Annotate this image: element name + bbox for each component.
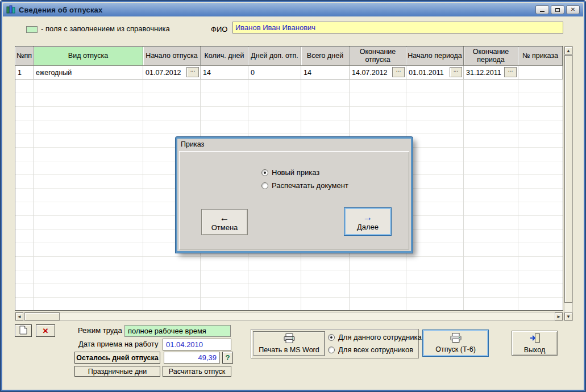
scroll-right-icon: ► xyxy=(556,314,561,319)
delete-icon: ✕ xyxy=(43,327,49,335)
scroll-left-icon: ◄ xyxy=(17,314,22,319)
calculate-button-label: Расчитать отпуск xyxy=(169,368,225,376)
cell-period-start-value: 01.01.2011 xyxy=(409,69,444,77)
cell-extra-days[interactable]: 0 xyxy=(248,66,301,80)
col-header-order-num[interactable]: № приказа xyxy=(518,47,563,66)
col-header-vacation-type[interactable]: Вид отпуска xyxy=(34,47,143,66)
vertical-scrollbar[interactable]: ▲ ▼ xyxy=(564,46,573,321)
cell-period-end[interactable]: 31.12.2011 ... xyxy=(464,66,518,80)
arrow-right-icon: → xyxy=(363,212,373,222)
app-icon xyxy=(6,5,15,14)
order-dialog: Приказ Новый приказ Распечатать документ… xyxy=(176,137,413,253)
maximize-icon xyxy=(555,8,560,12)
radio-new-order[interactable]: Новый приказ xyxy=(261,168,319,177)
col-header-start[interactable]: Начало отпуска xyxy=(143,47,201,66)
close-button[interactable]: ✕ xyxy=(566,5,580,14)
col-header-days[interactable]: Колич. дней xyxy=(201,47,248,66)
minimize-icon xyxy=(540,11,545,12)
legend-note: - поля с заполнением из справочника xyxy=(41,24,170,33)
help-button[interactable]: ? xyxy=(222,352,233,364)
scroll-right-button[interactable]: ► xyxy=(555,312,563,320)
minimize-button[interactable] xyxy=(535,5,549,14)
holidays-button[interactable]: Праздничные дни xyxy=(74,366,160,377)
next-button-label: Далее xyxy=(357,223,379,231)
arrow-left-icon: ← xyxy=(220,213,230,223)
work-mode-label: Режим труда xyxy=(78,326,122,335)
days-left-label: Осталось дней отпуска xyxy=(74,352,160,364)
scroll-down-icon: ▼ xyxy=(566,314,571,319)
cell-period-end-value: 31.12.2011 xyxy=(466,69,501,77)
table-header-row: №пп Вид отпуска Начало отпуска Колич. дн… xyxy=(15,47,563,66)
radio-new-order-label: Новый приказ xyxy=(272,168,319,177)
new-record-button[interactable] xyxy=(15,324,32,337)
radio-print-document-icon xyxy=(261,182,268,189)
print-word-button-label: Печать в MS Word xyxy=(259,346,319,354)
close-icon: ✕ xyxy=(571,7,575,12)
app-window: Сведения об отпусках ✕ - поля с заполнен… xyxy=(0,0,586,392)
date-picker-button[interactable]: ... xyxy=(186,67,199,77)
date-picker-button[interactable]: ... xyxy=(504,67,517,77)
radio-all-employees-icon xyxy=(328,347,335,353)
hire-date-label: Дата приема на работу xyxy=(78,340,158,348)
radio-current-employee-icon xyxy=(328,334,335,341)
cell-vacation-type[interactable]: ежегодный xyxy=(34,66,143,80)
cell-total-days[interactable]: 14 xyxy=(301,66,350,80)
reference-field-swatch xyxy=(26,26,38,33)
radio-current-employee[interactable]: Для данного сотрудника xyxy=(328,333,422,341)
cell-days[interactable]: 14 xyxy=(201,66,248,80)
cell-start[interactable]: 01.07.2012 ... xyxy=(143,66,201,80)
titlebar[interactable]: Сведения об отпусках ✕ xyxy=(3,3,583,16)
vacation-form-button-label: Отпуск (Т-6) xyxy=(435,345,476,353)
horizontal-scroll-thumb[interactable] xyxy=(24,312,60,320)
printer-icon xyxy=(283,333,296,345)
work-mode-field[interactable]: полное рабочее время xyxy=(124,325,231,337)
dialog-title: Приказ xyxy=(181,140,204,148)
hire-date-field[interactable]: 01.04.2010 xyxy=(163,339,231,351)
exit-button[interactable]: Выход xyxy=(512,331,558,356)
help-icon: ? xyxy=(226,353,230,362)
printer-icon xyxy=(450,333,462,344)
cell-period-start[interactable]: 01.01.2011 ... xyxy=(406,66,464,80)
new-document-icon xyxy=(19,326,27,336)
date-picker-button[interactable]: ... xyxy=(450,67,462,77)
col-header-period-end[interactable]: Окончание периода xyxy=(464,47,518,66)
days-left-field[interactable]: 49,39 xyxy=(164,352,220,364)
col-header-end[interactable]: Окончание отпуска xyxy=(350,47,406,66)
cell-order-num[interactable] xyxy=(518,66,563,80)
col-header-num[interactable]: №пп xyxy=(15,47,34,66)
radio-current-employee-label: Для данного сотрудника xyxy=(338,333,422,341)
fio-input[interactable]: Иванов Иван Иванович xyxy=(232,22,563,34)
fio-label: ФИО xyxy=(211,25,227,34)
radio-print-document-label: Распечатать документ xyxy=(272,181,348,190)
radio-all-employees-label: Для всех сотрудников xyxy=(338,345,413,354)
radio-print-document[interactable]: Распечатать документ xyxy=(261,181,348,190)
cell-end-value: 14.07.2012 xyxy=(352,69,388,77)
exit-button-label: Выход xyxy=(524,346,545,354)
table-row[interactable]: 1 ежегодный 01.07.2012 ... 14 0 14 14.07… xyxy=(15,66,563,80)
delete-record-button[interactable]: ✕ xyxy=(36,324,55,337)
scroll-up-icon: ▲ xyxy=(566,48,571,53)
radio-all-employees[interactable]: Для всех сотрудников xyxy=(328,345,413,354)
col-header-period-start[interactable]: Начало периода xyxy=(406,47,464,66)
cell-start-value: 01.07.2012 xyxy=(146,69,181,77)
cell-end[interactable]: 14.07.2012 ... xyxy=(350,66,406,80)
scroll-up-button[interactable]: ▲ xyxy=(564,47,572,55)
next-button[interactable]: → Далее xyxy=(344,207,392,236)
scroll-down-button[interactable]: ▼ xyxy=(564,312,572,320)
cell-num[interactable]: 1 xyxy=(15,66,34,80)
col-header-total-days[interactable]: Всего дней xyxy=(301,47,350,66)
holidays-button-label: Праздничные дни xyxy=(88,368,147,376)
maximize-button[interactable] xyxy=(551,5,564,14)
cancel-button-label: Отмена xyxy=(211,223,238,232)
radio-new-order-icon xyxy=(261,169,268,176)
exit-icon xyxy=(529,333,541,345)
vacation-form-button[interactable]: Отпуск (Т-6) xyxy=(422,330,489,357)
col-header-extra-days[interactable]: Дней доп. отп. xyxy=(248,47,301,66)
scroll-left-button[interactable]: ◄ xyxy=(15,312,23,320)
cancel-button[interactable]: ← Отмена xyxy=(201,209,248,235)
date-picker-button[interactable]: ... xyxy=(392,67,405,77)
horizontal-scrollbar[interactable]: ◄ ► xyxy=(15,312,563,321)
calculate-vacation-button[interactable]: Расчитать отпуск xyxy=(163,366,231,377)
vertical-scroll-thumb[interactable] xyxy=(564,55,572,303)
print-word-button[interactable]: Печать в MS Word xyxy=(253,331,325,356)
